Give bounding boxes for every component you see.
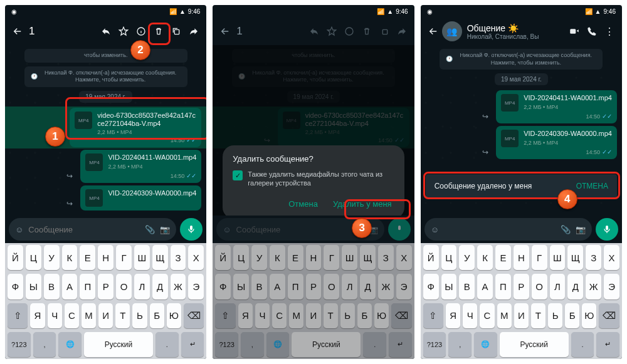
key-space[interactable]: Русский xyxy=(500,332,569,357)
message-row[interactable]: ↪ MP4 video-6730cc85037ee842a147cce27210… xyxy=(5,107,206,148)
key[interactable]: П xyxy=(495,274,511,299)
key[interactable]: Х xyxy=(188,245,204,270)
key[interactable]: У xyxy=(251,245,267,270)
key[interactable]: С xyxy=(65,303,79,328)
key[interactable]: Ш xyxy=(550,245,566,270)
key[interactable]: Е xyxy=(80,245,95,270)
key[interactable]: Й xyxy=(423,245,439,270)
key[interactable]: Ч xyxy=(463,303,477,328)
key-comma[interactable]: , xyxy=(33,332,56,357)
key[interactable]: Л xyxy=(134,274,150,299)
forward-icon[interactable]: ↪ xyxy=(478,110,492,123)
key[interactable]: Я xyxy=(30,303,45,328)
key-period[interactable]: . xyxy=(571,332,594,357)
checkbox-icon[interactable]: ✓ xyxy=(233,170,243,180)
key[interactable]: И xyxy=(514,303,529,328)
key[interactable]: Ь xyxy=(340,303,355,328)
message-input-wrap[interactable]: ☺ 📎 📷 xyxy=(424,218,592,241)
key-enter[interactable]: ↵ xyxy=(181,332,204,357)
key[interactable]: У xyxy=(44,245,60,270)
message-input-wrap[interactable]: ☺ 📎 📷 xyxy=(9,218,176,241)
key[interactable]: Т xyxy=(324,303,338,328)
key[interactable]: К xyxy=(270,245,285,270)
forward-icon[interactable]: ↪ xyxy=(63,197,76,211)
message-bubble[interactable]: MP4 VID-20240309-WA0000.mp4 xyxy=(80,185,201,211)
key[interactable]: Л xyxy=(342,274,357,299)
system-message[interactable]: 🕐Николай Ф. отключил(-а) исчезающие сооб… xyxy=(440,49,603,70)
reply-button[interactable] xyxy=(97,23,115,40)
key[interactable]: Ь xyxy=(132,303,147,328)
key[interactable]: Г xyxy=(324,245,339,270)
copy-button[interactable] xyxy=(167,23,185,40)
message-row[interactable]: ↪ MP4VID-20240411-WA0001.mp42,2 МБ • MP4… xyxy=(421,89,622,125)
key-enter[interactable]: ↵ xyxy=(596,332,619,357)
key[interactable]: Э xyxy=(188,274,204,299)
key[interactable]: Г xyxy=(116,245,132,270)
back-button[interactable] xyxy=(424,23,442,40)
message-input[interactable] xyxy=(28,225,140,234)
key[interactable]: Щ xyxy=(152,245,168,270)
key[interactable]: Ц xyxy=(26,245,41,270)
key[interactable]: В xyxy=(459,274,475,299)
key[interactable]: Я xyxy=(238,303,253,328)
key[interactable]: Ы xyxy=(26,274,41,299)
key[interactable]: У xyxy=(459,245,475,270)
system-message[interactable]: чтобы изменить. xyxy=(24,49,187,63)
key[interactable]: О xyxy=(532,274,547,299)
key[interactable]: Н xyxy=(98,245,113,270)
key[interactable]: М xyxy=(82,303,96,328)
attach-icon[interactable]: 📎 xyxy=(145,225,155,234)
key[interactable]: Ф xyxy=(423,274,439,299)
key-backspace[interactable]: ⌫ xyxy=(391,303,411,328)
key[interactable]: Ь xyxy=(548,303,562,328)
key[interactable]: Щ xyxy=(360,245,376,270)
key[interactable]: С xyxy=(480,303,494,328)
key[interactable]: Ю xyxy=(167,303,181,328)
key[interactable]: Ж xyxy=(378,274,394,299)
key[interactable]: К xyxy=(62,245,78,270)
voice-call-button[interactable] xyxy=(583,23,601,40)
key[interactable]: Е xyxy=(288,245,303,270)
key-backspace[interactable]: ⌫ xyxy=(184,303,204,328)
key[interactable]: Ю xyxy=(582,303,596,328)
key[interactable]: Д xyxy=(152,274,168,299)
system-message[interactable]: 🕐Николай Ф. отключил(-а) исчезающие сооб… xyxy=(24,66,187,87)
key[interactable]: Ю xyxy=(374,303,389,328)
mic-button[interactable] xyxy=(180,218,203,241)
key[interactable]: Е xyxy=(495,245,511,270)
key[interactable]: П xyxy=(80,274,95,299)
dialog-delete-for-me-button[interactable]: Удалить у меня xyxy=(330,195,394,212)
camera-icon[interactable]: 📷 xyxy=(160,225,170,234)
star-button[interactable] xyxy=(115,23,132,40)
back-button[interactable] xyxy=(9,23,26,40)
key-period[interactable]: . xyxy=(155,332,179,357)
key[interactable]: С xyxy=(272,303,287,328)
forward-icon[interactable]: ↪ xyxy=(63,169,76,183)
message-row[interactable]: ↪ MP4VID-20240309-WA0000.mp42,2 МБ • MP4… xyxy=(421,125,622,160)
key[interactable]: А xyxy=(270,274,285,299)
key[interactable]: Ж xyxy=(586,274,601,299)
emoji-icon[interactable]: ☺ xyxy=(15,225,23,234)
message-row[interactable]: ↪ MP4 VID-20240309-WA0000.mp4 xyxy=(5,184,206,212)
message-bubble[interactable]: MP4VID-20240411-WA0001.mp42,2 МБ • MP4 1… xyxy=(496,90,617,123)
back-button[interactable] xyxy=(216,23,234,40)
key[interactable]: М xyxy=(289,303,303,328)
dialog-cancel-button[interactable]: Отмена xyxy=(286,195,320,212)
key[interactable]: Й xyxy=(215,245,231,270)
key-lang[interactable]: 🌐 xyxy=(58,332,82,357)
snackbar-undo-button[interactable]: ОТМЕНА xyxy=(576,182,608,190)
key[interactable]: И xyxy=(306,303,320,328)
key[interactable]: Я xyxy=(446,303,460,328)
key[interactable]: З xyxy=(378,245,394,270)
key[interactable]: Н xyxy=(306,245,322,270)
key[interactable]: Х xyxy=(604,245,619,270)
info-button[interactable] xyxy=(132,23,150,40)
key[interactable]: М xyxy=(497,303,512,328)
key[interactable]: Й xyxy=(8,245,23,270)
key[interactable]: П xyxy=(288,274,303,299)
key-shift[interactable]: ⇧ xyxy=(423,303,443,328)
key[interactable]: О xyxy=(324,274,339,299)
key[interactable]: Д xyxy=(360,274,376,299)
message-bubble[interactable]: MP4VID-20240309-WA0000.mp42,2 МБ • MP4 1… xyxy=(496,126,617,159)
key[interactable]: Ф xyxy=(8,274,23,299)
